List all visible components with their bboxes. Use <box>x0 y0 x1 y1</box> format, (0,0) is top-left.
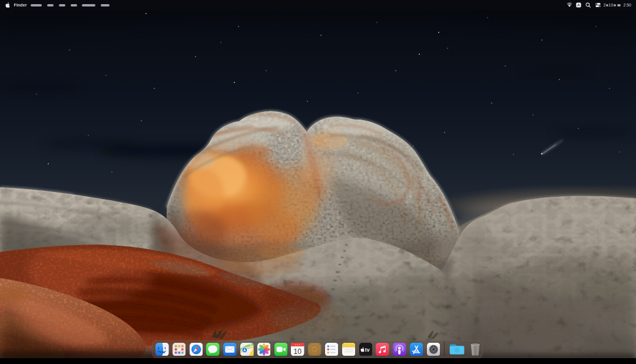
svg-text:10: 10 <box>294 347 302 355</box>
svg-text:tv: tv <box>365 347 369 353</box>
